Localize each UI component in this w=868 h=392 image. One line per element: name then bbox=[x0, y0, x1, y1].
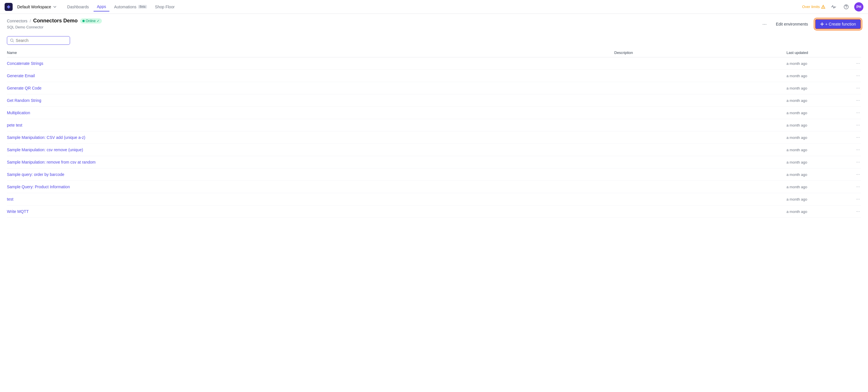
more-options-button[interactable]: ··· bbox=[760, 20, 769, 28]
status-badge: Online ✓ bbox=[80, 19, 102, 24]
col-header-description: Description bbox=[614, 51, 786, 55]
row-menu-button[interactable]: ··· bbox=[849, 160, 861, 165]
search-input[interactable] bbox=[16, 38, 67, 43]
last-updated: a month ago bbox=[786, 172, 849, 177]
table-row[interactable]: Multiplication a month ago ··· bbox=[7, 107, 861, 119]
last-updated: a month ago bbox=[786, 111, 849, 115]
status-dot-icon bbox=[82, 20, 85, 22]
row-menu-button[interactable]: ··· bbox=[849, 86, 861, 91]
top-nav: Default Workspace Dashboards Apps Automa… bbox=[0, 0, 868, 14]
function-name[interactable]: Generate Email bbox=[7, 73, 614, 78]
chevron-down-icon bbox=[53, 5, 57, 9]
search-section bbox=[7, 33, 861, 48]
table-row[interactable]: Sample query: order by barcode a month a… bbox=[7, 168, 861, 181]
function-name[interactable]: Sample Manipulation: remove from csv at … bbox=[7, 160, 614, 164]
table-row[interactable]: pete test a month ago ··· bbox=[7, 119, 861, 131]
last-updated: a month ago bbox=[786, 197, 849, 201]
row-menu-button[interactable]: ··· bbox=[849, 172, 861, 177]
function-name[interactable]: Generate QR Code bbox=[7, 86, 614, 90]
tab-automations[interactable]: Automations Beta bbox=[111, 2, 150, 11]
table-row[interactable]: Generate QR Code a month ago ··· bbox=[7, 82, 861, 94]
breadcrumb: Connectors / Connectors Demo Online ✓ bbox=[7, 18, 102, 24]
pulse-icon-btn[interactable] bbox=[829, 2, 838, 11]
row-menu-button[interactable]: ··· bbox=[849, 98, 861, 103]
function-name[interactable]: pete test bbox=[7, 123, 614, 127]
last-updated: a month ago bbox=[786, 160, 849, 164]
tab-shop-floor[interactable]: Shop Floor bbox=[152, 2, 178, 11]
help-icon-btn[interactable] bbox=[842, 2, 851, 11]
page-subtitle: SQL Demo Connector bbox=[7, 25, 102, 29]
pulse-icon bbox=[831, 4, 836, 9]
function-name[interactable]: Concatenate Strings bbox=[7, 61, 614, 66]
svg-point-5 bbox=[10, 39, 13, 42]
function-name[interactable]: test bbox=[7, 197, 614, 201]
last-updated: a month ago bbox=[786, 98, 849, 103]
warning-icon bbox=[821, 5, 826, 9]
user-avatar[interactable]: PH bbox=[854, 2, 863, 11]
last-updated: a month ago bbox=[786, 148, 849, 152]
row-menu-button[interactable]: ··· bbox=[849, 123, 861, 128]
last-updated: a month ago bbox=[786, 123, 849, 127]
row-menu-button[interactable]: ··· bbox=[849, 61, 861, 66]
row-menu-button[interactable]: ··· bbox=[849, 135, 861, 140]
table-row[interactable]: Sample Manipulation: remove from csv at … bbox=[7, 156, 861, 168]
app-logo[interactable] bbox=[5, 3, 12, 11]
help-icon bbox=[844, 4, 849, 9]
table-header: Name Description Last updated bbox=[7, 48, 861, 57]
edit-environments-button[interactable]: Edit environments bbox=[772, 20, 811, 28]
last-updated: a month ago bbox=[786, 74, 849, 78]
table-row[interactable]: test a month ago ··· bbox=[7, 193, 861, 205]
row-menu-button[interactable]: ··· bbox=[849, 209, 861, 214]
table-row[interactable]: Write MQTT a month ago ··· bbox=[7, 205, 861, 218]
function-name[interactable]: Sample query: order by barcode bbox=[7, 172, 614, 177]
breadcrumb-separator: / bbox=[30, 19, 31, 23]
col-header-name: Name bbox=[7, 51, 614, 55]
table-row[interactable]: Sample Manipulation: csv remove (unique)… bbox=[7, 144, 861, 156]
workspace-label: Default Workspace bbox=[17, 5, 51, 9]
table-row[interactable]: Concatenate Strings a month ago ··· bbox=[7, 57, 861, 70]
last-updated: a month ago bbox=[786, 135, 849, 140]
table-row[interactable]: Generate Email a month ago ··· bbox=[7, 70, 861, 82]
row-menu-button[interactable]: ··· bbox=[849, 73, 861, 78]
workspace-selector[interactable]: Default Workspace bbox=[15, 3, 59, 10]
function-name[interactable]: Sample Manipulation: CSV add (unique a-z… bbox=[7, 135, 614, 140]
function-name[interactable]: Write MQTT bbox=[7, 209, 614, 214]
row-menu-button[interactable]: ··· bbox=[849, 147, 861, 152]
search-input-wrapper[interactable] bbox=[7, 36, 70, 45]
function-name[interactable]: Sample Manipulation: csv remove (unique) bbox=[7, 148, 614, 152]
table-row[interactable]: Sample Manipulation: CSV add (unique a-z… bbox=[7, 131, 861, 144]
row-menu-button[interactable]: ··· bbox=[849, 184, 861, 189]
create-function-button[interactable]: + Create function bbox=[815, 19, 861, 29]
last-updated: a month ago bbox=[786, 86, 849, 90]
svg-point-4 bbox=[82, 20, 85, 22]
table-row[interactable]: Sample Query: Product Information a mont… bbox=[7, 181, 861, 193]
table-row[interactable]: Get Random String a month ago ··· bbox=[7, 94, 861, 107]
beta-badge: Beta bbox=[138, 5, 147, 9]
tab-apps[interactable]: Apps bbox=[94, 2, 110, 11]
function-name[interactable]: Sample Query: Product Information bbox=[7, 185, 614, 189]
row-menu-button[interactable]: ··· bbox=[849, 197, 861, 202]
function-name[interactable]: Multiplication bbox=[7, 110, 614, 115]
col-header-last-updated: Last updated bbox=[786, 51, 849, 55]
last-updated: a month ago bbox=[786, 61, 849, 66]
functions-table: Name Description Last updated Concatenat… bbox=[7, 48, 861, 218]
over-limits-indicator[interactable]: Over limits bbox=[802, 5, 826, 9]
row-menu-button[interactable]: ··· bbox=[849, 110, 861, 116]
function-name[interactable]: Get Random String bbox=[7, 98, 614, 103]
breadcrumb-link-connectors[interactable]: Connectors bbox=[7, 19, 28, 23]
table-body: Concatenate Strings a month ago ··· Gene… bbox=[7, 57, 861, 218]
page-title: Connectors Demo bbox=[33, 18, 78, 24]
nav-tabs: Dashboards Apps Automations Beta Shop Fl… bbox=[64, 2, 178, 11]
svg-point-1 bbox=[823, 8, 824, 8]
tab-dashboards[interactable]: Dashboards bbox=[64, 2, 92, 11]
last-updated: a month ago bbox=[786, 209, 849, 214]
nav-right: Over limits PH bbox=[802, 2, 863, 11]
col-header-actions bbox=[849, 51, 861, 55]
plus-icon bbox=[820, 22, 824, 26]
search-icon bbox=[10, 38, 14, 42]
last-updated: a month ago bbox=[786, 185, 849, 189]
svg-point-3 bbox=[846, 8, 846, 8]
